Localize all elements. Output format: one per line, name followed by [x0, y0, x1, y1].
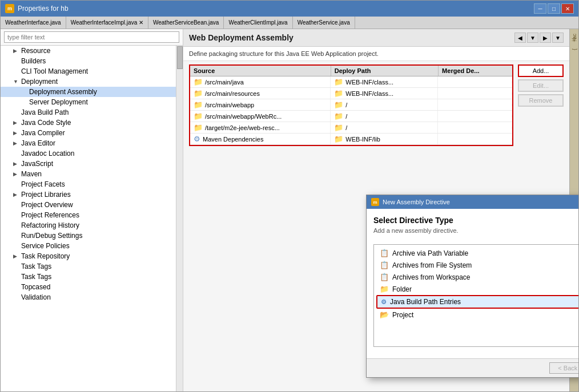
tree-label-java-editor: Java Editor — [21, 139, 55, 147]
tree-arrow-task-repository: ▶ — [13, 253, 19, 259]
directive-label-archive-path: Archive via Path Variable — [392, 249, 468, 257]
directive-list: 📋 Archive via Path Variable 📋 Archives f… — [373, 244, 578, 347]
tree-arrow-java-editor: ▶ — [13, 140, 19, 146]
main-window: m Properties for hb ─ □ ✕ WeatherInterfa… — [0, 0, 579, 392]
folder-icon-archive-path: 📋 — [380, 249, 389, 257]
tree-label-project-facets: Project Facets — [21, 180, 65, 188]
tree-item-resource[interactable]: ▶ Resource — [1, 46, 176, 56]
directive-item-folder[interactable]: 📁 Folder — [376, 283, 578, 295]
tree-label-server-deployment: Server Deployment — [29, 98, 88, 106]
tree-label-project-libraries: Project Libraries — [21, 191, 71, 199]
tree-item-project-facets[interactable]: Project Facets — [1, 179, 176, 189]
tab-4[interactable]: WeatherService.java — [293, 17, 355, 29]
tree-label-refactoring: Refactoring History — [21, 221, 79, 229]
tree-label-run-debug: Run/Debug Settings — [21, 232, 82, 240]
tree-label-javascript: JavaScript — [21, 160, 53, 168]
dialog-title-bar: m New Assembly Directive ─ □ ✕ — [367, 195, 578, 209]
tab-2[interactable]: WeatherServiceBean.java — [148, 17, 224, 29]
app-icon: m — [5, 4, 14, 13]
tree-label-deployment: Deployment — [21, 78, 58, 86]
tree-item-deployment[interactable]: ▼ Deployment — [1, 76, 176, 87]
directive-item-archive-path[interactable]: 📋 Archive via Path Variable — [376, 247, 578, 259]
maximize-button[interactable]: □ — [548, 3, 560, 14]
tree-label-javadoc: Javadoc Location — [21, 149, 74, 157]
directive-label-folder: Folder — [392, 285, 412, 293]
directive-item-archive-workspace[interactable]: 📋 Archives from Workspace — [376, 271, 578, 283]
tree-label-resource: Resource — [21, 47, 50, 55]
tree-item-java-build-path[interactable]: Java Build Path — [1, 107, 176, 118]
filter-input[interactable] — [4, 31, 179, 43]
close-button[interactable]: ✕ — [561, 3, 574, 14]
tree-arrow-resource: ▶ — [13, 48, 19, 54]
tree-label-task-tags: Task Tags — [21, 262, 51, 270]
tree-scrollbar[interactable] — [176, 46, 183, 391]
tree-item-java-compiler[interactable]: ▶ Java Compiler — [1, 128, 176, 138]
decoration-text-ac: ac — [572, 34, 577, 39]
directive-item-project[interactable]: 📂 Project — [376, 309, 578, 321]
tree-item-project-overview[interactable]: Project Overview — [1, 200, 176, 210]
folder-icon-archive-file: 📋 — [380, 261, 389, 269]
left-panel: ▶ Resource Builders CLI Tool Management … — [1, 29, 183, 391]
folder-icon-archive-workspace: 📋 — [380, 273, 389, 281]
tree-item-project-references[interactable]: Project References — [1, 210, 176, 220]
project-icon: 📂 — [380, 310, 389, 319]
new-assembly-dialog: m New Assembly Directive ─ □ ✕ — [366, 195, 578, 378]
tab-bar: WeatherInterface.java WeatherInterfaceIm… — [1, 17, 578, 29]
tree-item-task-repository[interactable]: ▶ Task Repository — [1, 251, 176, 261]
tree-label-topcased: Topcased — [21, 283, 50, 291]
main-content: ▶ Resource Builders CLI Tool Management … — [1, 29, 578, 391]
minimize-button[interactable]: ─ — [534, 3, 546, 14]
tree-scroll-area: ▶ Resource Builders CLI Tool Management … — [1, 46, 183, 391]
dialog-title: New Assembly Directive — [383, 199, 450, 205]
window-title: Properties for hb — [18, 5, 69, 13]
tree-item-refactoring[interactable]: Refactoring History — [1, 220, 176, 231]
dialog-footer: < Back Next > Finish Cancel — [367, 358, 578, 377]
tree-label-cli: CLI Tool Management — [21, 67, 88, 75]
dialog-body: Select Directive Type Add a new assembly… — [367, 209, 578, 358]
tree-item-builders[interactable]: Builders — [1, 56, 176, 66]
tree-label-project-overview: Project Overview — [21, 201, 73, 209]
directive-item-archive-file[interactable]: 📋 Archives from File System — [376, 259, 578, 271]
directive-label-archive-workspace: Archives from Workspace — [392, 273, 470, 281]
tree-item-javadoc[interactable]: Javadoc Location — [1, 148, 176, 159]
tab-3[interactable]: WeatherClientImpl.java — [224, 17, 292, 29]
tree-arrow-maven: ▶ — [13, 171, 19, 177]
dialog-section-title: Select Directive Type — [373, 216, 459, 225]
tree-item-topcased[interactable]: Topcased — [1, 282, 176, 292]
tree-item-java-editor[interactable]: ▶ Java Editor — [1, 138, 176, 148]
tree-label-java-compiler: Java Compiler — [21, 129, 65, 137]
tree-item-validation[interactable]: Validation — [1, 292, 176, 302]
tree-container: ▶ Resource Builders CLI Tool Management … — [1, 46, 176, 391]
decoration-text-brace: { — [572, 49, 577, 50]
dialog-body-area: Select Directive Type Add a new assembly… — [367, 209, 578, 358]
directive-item-java-build-path[interactable]: ⚙ Java Build Path Entries — [376, 295, 578, 309]
tree-item-maven[interactable]: ▶ Maven — [1, 169, 176, 179]
tab-0[interactable]: WeatherInterface.java — [1, 17, 66, 29]
tree-item-deployment-assembly[interactable]: Deployment Assembly — [1, 87, 176, 97]
java-build-icon: ⚙ — [381, 298, 387, 306]
tree-arrow-deployment: ▼ — [13, 79, 19, 84]
dialog-section-desc: Add a new assembly directive. — [373, 227, 459, 234]
directive-label-archive-file: Archives from File System — [392, 261, 472, 269]
tree-item-task-tags[interactable]: Task Tags — [1, 261, 176, 272]
tree-item-task-tags2[interactable]: Task Tags — [1, 272, 176, 282]
title-bar: m Properties for hb ─ □ ✕ — [1, 1, 578, 17]
tree-item-project-libraries[interactable]: ▶ Project Libraries — [1, 189, 176, 200]
folder-icon-folder: 📁 — [380, 285, 389, 293]
tab-1[interactable]: WeatherInterfaceImpl.java ✕ — [66, 17, 148, 29]
filter-box — [1, 29, 183, 46]
tree-label-project-references: Project References — [21, 211, 79, 219]
directive-label-java-build-path: Java Build Path Entries — [390, 298, 461, 306]
tree-scrollbar-thumb[interactable] — [177, 46, 183, 69]
tree-item-run-debug[interactable]: Run/Debug Settings — [1, 231, 176, 241]
tree-arrow-java-code-style: ▶ — [13, 120, 19, 126]
tree-label-deployment-assembly: Deployment Assembly — [29, 88, 97, 96]
dialog-overlay: m New Assembly Directive ─ □ ✕ — [183, 29, 569, 391]
tree-item-javascript[interactable]: ▶ JavaScript — [1, 159, 176, 169]
tree-label-java-build-path: Java Build Path — [21, 108, 69, 116]
tree-item-service-policies[interactable]: Service Policies — [1, 241, 176, 251]
tree-item-server-deployment[interactable]: Server Deployment — [1, 97, 176, 107]
tree-item-cli[interactable]: CLI Tool Management — [1, 66, 176, 76]
tree-item-java-code-style[interactable]: ▶ Java Code Style — [1, 118, 176, 128]
back-button[interactable]: < Back — [549, 362, 578, 374]
